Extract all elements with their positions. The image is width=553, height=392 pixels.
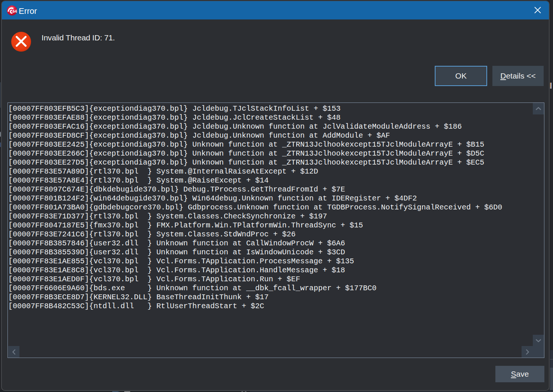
svg-text:64: 64 [13,9,17,13]
